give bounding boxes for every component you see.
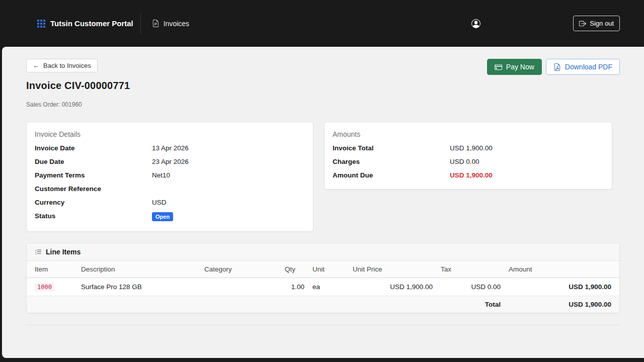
detail-row-status: Status Open xyxy=(35,209,305,224)
col-qty: Qty xyxy=(281,261,308,278)
file-pdf-icon xyxy=(553,63,561,71)
arrow-left-icon: ← xyxy=(33,62,39,69)
nav-invoices[interactable]: Invoices xyxy=(147,16,194,32)
amount-due-value: USD 1,900.00 xyxy=(450,171,604,179)
cell-description: Surface Pro 128 GB xyxy=(77,278,200,296)
credit-card-icon xyxy=(495,63,502,71)
amount-row-invoice-total: Invoice Total USD 1,900.00 xyxy=(333,141,604,155)
amount-row-amount-due: Amount Due USD 1,900.00 xyxy=(333,168,604,182)
download-pdf-label: Download PDF xyxy=(565,63,612,71)
cell-amount: USD 1,900.00 xyxy=(505,278,619,296)
grid-3x3-icon xyxy=(37,20,45,28)
detail-row-currency: Currency USD xyxy=(35,196,305,209)
line-items-card: Line Items Item Description Category Qty… xyxy=(26,243,620,313)
amounts-card: Amounts Invoice Total USD 1,900.00 Charg… xyxy=(324,122,612,190)
table-header-row: Item Description Category Qty Unit Unit … xyxy=(27,261,619,278)
line-items-title: Line Items xyxy=(46,248,80,256)
cell-category xyxy=(200,278,281,296)
brand-title: Tutsin Customer Portal xyxy=(50,19,133,28)
nav-invoices-label: Invoices xyxy=(164,20,189,28)
cell-unit: ea xyxy=(308,278,349,296)
col-item: Item xyxy=(27,261,77,278)
col-tax: Tax xyxy=(437,261,505,278)
brand[interactable]: Tutsin Customer Portal xyxy=(37,19,133,28)
amounts-title: Amounts xyxy=(333,129,604,141)
col-unit: Unit xyxy=(308,261,349,278)
pay-now-button[interactable]: Pay Now xyxy=(487,59,542,75)
total-label: Total xyxy=(27,296,505,313)
detail-row-invoice-date: Invoice Date 13 Apr 2026 xyxy=(35,141,305,155)
box-arrow-right-icon xyxy=(579,20,586,27)
total-value: USD 1,900.00 xyxy=(505,296,619,313)
sign-out-label: Sign out xyxy=(590,20,614,27)
topbar-divider xyxy=(140,13,141,34)
list-icon xyxy=(35,248,42,255)
status-badge: Open xyxy=(152,212,173,221)
line-items-table: Item Description Category Qty Unit Unit … xyxy=(27,261,619,313)
sign-out-button[interactable]: Sign out xyxy=(573,16,620,31)
cell-qty: 1.00 xyxy=(281,278,308,296)
download-pdf-button[interactable]: Download PDF xyxy=(546,59,620,75)
detail-row-customer-reference: Customer Reference xyxy=(35,182,305,196)
col-category: Category xyxy=(200,261,281,278)
pay-now-label: Pay Now xyxy=(506,63,534,71)
detail-row-payment-terms: Payment Terms Net10 xyxy=(35,168,305,182)
file-text-icon xyxy=(152,20,159,27)
invoice-details-card: Invoice Details Invoice Date 13 Apr 2026… xyxy=(26,122,313,232)
col-unit-price: Unit Price xyxy=(349,261,437,278)
bottom-divider xyxy=(26,325,620,325)
page-title: Invoice CIV-00000771 xyxy=(26,80,130,92)
top-bar: Tutsin Customer Portal Invoices Sign out xyxy=(0,0,644,47)
item-code: 1000 xyxy=(35,283,54,292)
sales-order-subtitle: Sales Order: 001960 xyxy=(26,101,130,108)
back-to-invoices-label: Back to Invoices xyxy=(43,62,91,69)
table-row: 1000 Surface Pro 128 GB 1.00 ea USD 1,90… xyxy=(27,278,619,296)
cell-tax: USD 0.00 xyxy=(437,278,505,296)
amount-row-charges: Charges USD 0.00 xyxy=(333,155,604,168)
line-items-header: Line Items xyxy=(27,243,619,261)
back-to-invoices-button[interactable]: ← Back to Invoices xyxy=(26,59,98,72)
person-circle-icon[interactable] xyxy=(471,19,480,28)
table-total-row: Total USD 1,900.00 xyxy=(27,296,619,313)
detail-row-due-date: Due Date 23 Apr 2026 xyxy=(35,155,305,168)
invoice-details-title: Invoice Details xyxy=(35,129,305,141)
col-description: Description xyxy=(77,261,200,278)
cell-unit-price: USD 1,900.00 xyxy=(349,278,437,296)
content-panel: ← Back to Invoices Invoice CIV-00000771 … xyxy=(2,47,644,358)
col-amount: Amount xyxy=(505,261,619,278)
